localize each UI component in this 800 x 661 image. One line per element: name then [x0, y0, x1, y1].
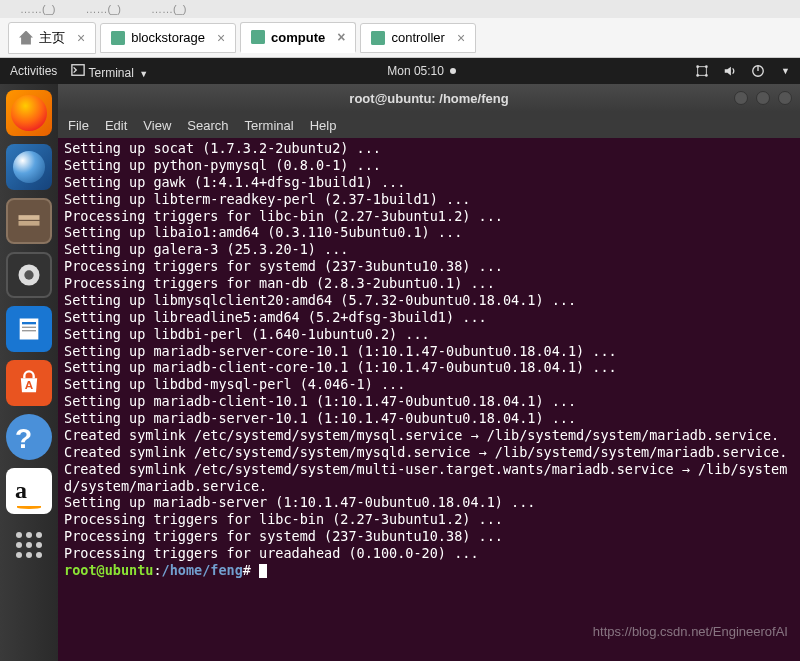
desktop: Activities Terminal ▼ Mon 05:10 ▼ [0, 58, 800, 661]
system-status-area[interactable]: ▼ [695, 64, 790, 78]
gnome-topbar: Activities Terminal ▼ Mon 05:10 ▼ [0, 58, 800, 84]
svg-rect-0 [72, 64, 84, 75]
tab-controller[interactable]: controller × [360, 23, 476, 53]
terminal-output[interactable]: Setting up socat (1.7.3.2-2ubuntu2) ... … [58, 138, 800, 661]
close-button[interactable] [778, 91, 792, 105]
thunderbird-launcher[interactable] [6, 144, 52, 190]
tab-bar: 主页 × blockstorage × compute × controller… [0, 18, 800, 58]
server-icon [251, 30, 265, 44]
tab-label: 主页 [39, 29, 65, 47]
chevron-down-icon: ▼ [139, 69, 148, 79]
svg-rect-14 [22, 330, 36, 331]
maximize-button[interactable] [756, 91, 770, 105]
minimize-button[interactable] [734, 91, 748, 105]
svg-rect-12 [22, 322, 36, 324]
svg-rect-8 [19, 221, 40, 226]
menu-help[interactable]: Help [310, 118, 337, 133]
tab-blockstorage[interactable]: blockstorage × [100, 23, 236, 53]
terminal-menubar: File Edit View Search Terminal Help [58, 112, 800, 138]
tab-label: controller [391, 30, 444, 45]
menu-terminal[interactable]: Terminal [245, 118, 294, 133]
network-icon [695, 64, 709, 78]
clock[interactable]: Mon 05:10 [387, 64, 444, 78]
notification-dot-icon [450, 68, 456, 74]
rhythmbox-launcher[interactable] [6, 252, 52, 298]
app-menu[interactable]: Terminal ▼ [71, 63, 148, 80]
menu-search[interactable]: Search [187, 118, 228, 133]
svg-text:A: A [25, 378, 34, 391]
chevron-down-icon: ▼ [781, 66, 790, 76]
files-launcher[interactable] [6, 198, 52, 244]
shopping-bag-icon: A [15, 369, 43, 397]
menu-edit[interactable]: Edit [105, 118, 127, 133]
terminal-icon [71, 63, 85, 77]
activities-button[interactable]: Activities [10, 64, 57, 78]
help-icon: ? [15, 423, 43, 451]
tab-label: blockstorage [131, 30, 205, 45]
window-title: root@ubuntu: /home/feng [349, 91, 508, 106]
software-launcher[interactable]: A [6, 360, 52, 406]
terminal-window: root@ubuntu: /home/feng File Edit View S… [58, 84, 800, 661]
close-icon[interactable]: × [217, 30, 225, 46]
svg-rect-13 [22, 327, 36, 328]
amazon-icon: a [15, 477, 43, 505]
writer-launcher[interactable] [6, 306, 52, 352]
tab-compute[interactable]: compute × [240, 22, 356, 53]
menu-view[interactable]: View [143, 118, 171, 133]
server-icon [371, 31, 385, 45]
power-icon [751, 64, 765, 78]
close-icon[interactable]: × [337, 29, 345, 45]
apps-grid-icon [16, 532, 42, 558]
files-icon [15, 207, 43, 235]
document-icon [15, 315, 43, 343]
help-launcher[interactable]: ? [6, 414, 52, 460]
tab-label: compute [271, 30, 325, 45]
tab-home[interactable]: 主页 × [8, 22, 96, 54]
firefox-launcher[interactable] [6, 90, 52, 136]
svg-rect-11 [20, 319, 39, 340]
thunderbird-icon [13, 151, 45, 183]
speaker-icon [15, 261, 43, 289]
firefox-icon [11, 95, 47, 131]
menu-file[interactable]: File [68, 118, 89, 133]
close-icon[interactable]: × [457, 30, 465, 46]
volume-icon [723, 64, 737, 78]
launcher-dock: A ? a [0, 58, 58, 661]
host-window-fragments: ……(_) ……(_) ……(_) [0, 0, 800, 18]
svg-point-10 [24, 270, 33, 279]
home-icon [19, 31, 33, 45]
amazon-launcher[interactable]: a [6, 468, 52, 514]
svg-rect-7 [19, 215, 40, 220]
close-icon[interactable]: × [77, 30, 85, 46]
window-titlebar[interactable]: root@ubuntu: /home/feng [58, 84, 800, 112]
show-apps-button[interactable] [6, 522, 52, 568]
server-icon [111, 31, 125, 45]
